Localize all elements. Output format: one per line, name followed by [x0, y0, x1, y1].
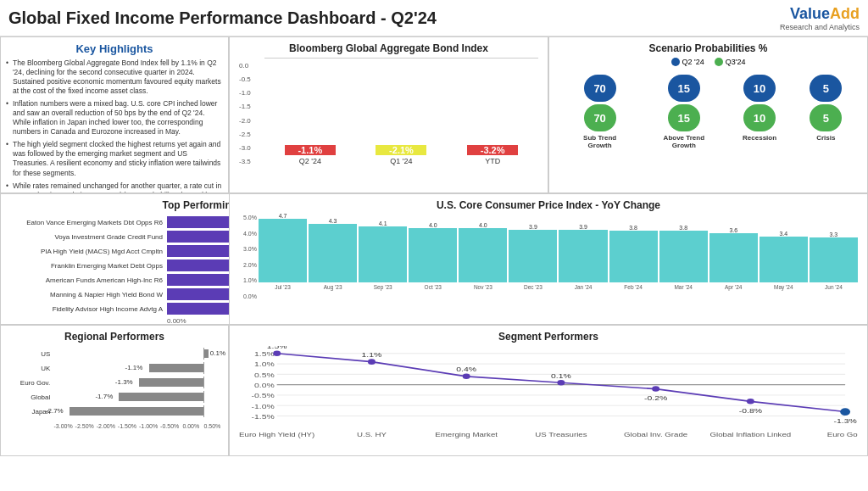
key-highlights-panel: Key Highlights The Bloomberg Global Aggr… [0, 36, 229, 193]
legend-label: Q2 '24 [682, 58, 704, 66]
cpi-bar-col: 3.9 [559, 224, 607, 282]
fund-name: Eaton Vance Emerging Markets Dbt Opps R6 [10, 219, 167, 226]
cpi-bar-col: 3.8 [659, 225, 708, 282]
pill-q2: 10 [743, 75, 776, 102]
segment-panel: Segment Performers 1.5%1.0%0.5%0.0%-0.5%… [229, 325, 868, 456]
cpi-chart-container: 5.0%4.0%3.0%2.0%1.0%0.0% 4.74.34.14.04.0… [235, 215, 862, 312]
cpi-bar [409, 228, 457, 282]
cpi-month-label: Mar '24 [659, 284, 708, 290]
regional-bar-wrap: -1.7% [54, 391, 219, 403]
page-title: Global Fixed Income Performance Dashboar… [8, 8, 437, 28]
fund-name: Manning & Napier High Yield Bond W [10, 291, 167, 299]
bloomberg-bar-label: Q1 '24 [390, 157, 412, 165]
cpi-bar [259, 219, 307, 282]
cpi-month-label: May '24 [760, 284, 808, 290]
fund-name: Voya Investment Grade Credit Fund [10, 233, 167, 241]
cpi-bar [709, 233, 758, 282]
cpi-bar-value: 3.4 [779, 231, 787, 237]
cpi-bar-value: 4.7 [279, 213, 287, 219]
regional-axis: -3.00%-2.50%-2.00%-1.50%-1.00%-0.50%0.00… [53, 423, 223, 429]
logo-value: Value [790, 5, 830, 22]
pill-label: Sub Trend Growth [575, 134, 626, 149]
regional-panel: Regional Performers US0.1%UK-1.1%Euro Go… [0, 325, 229, 456]
logo-add: Add [830, 5, 860, 22]
segment-point [273, 351, 281, 357]
grid-line [264, 58, 538, 59]
cpi-month-label: Oct '23 [409, 284, 457, 290]
pill-q2: 5 [810, 75, 842, 102]
logo-subtitle: Research and Analytics [780, 23, 860, 31]
cpi-bar [309, 224, 357, 282]
dashboard: Global Fixed Income Performance Dashboar… [0, 0, 868, 491]
scenario-legend-item: Q2 '24 [671, 58, 704, 66]
cpi-bar-value: 3.8 [629, 225, 637, 231]
segment-x-label: US Treasuries [535, 431, 587, 438]
regional-value: 0.1% [210, 349, 225, 357]
svg-text:-1.0%: -1.0% [251, 403, 274, 410]
bloomberg-bars: -1.1%Q2 '24-2.1%Q1 '24-3.2%YTD [264, 58, 538, 181]
bloomberg-panel: Bloomberg Global Aggregate Bond Index 0.… [229, 36, 548, 193]
cpi-bar-value: 4.0 [429, 222, 437, 228]
fund-name: Franklin Emerging Market Debt Opps [10, 262, 167, 270]
cpi-bar-col: 4.1 [359, 220, 407, 282]
regional-value: -1.7% [95, 393, 113, 400]
cpi-bar-value: 3.9 [529, 224, 537, 230]
pill-q3: 70 [584, 104, 616, 131]
regional-row: Japan-2.7% [10, 405, 219, 417]
cpi-month-label: Jan '24 [559, 284, 607, 290]
bloomberg-y-axis: 0.0 -0.5 -1.0 -1.5 -2.0 -2.5 -3.0 -3.5 [239, 58, 264, 181]
cpi-bar-col: 4.3 [309, 218, 357, 282]
regional-zero-line [203, 405, 204, 417]
bloomberg-bar-label: YTD [485, 157, 500, 165]
cpi-bar-value: 4.1 [379, 220, 387, 226]
pill-group: 7070Sub Trend Growth [575, 75, 626, 149]
cpi-bar-value: 3.8 [679, 225, 687, 231]
cpi-month-label: Nov '23 [459, 284, 507, 290]
bloomberg-bar-group: -2.1%Q1 '24 [376, 145, 426, 165]
cpi-month-label: Sep '23 [359, 284, 407, 290]
scenario-title: Scenario Probabilities % [554, 42, 862, 54]
bloomberg-bars-inner: -1.1%Q2 '24-2.1%Q1 '24-3.2%YTD [264, 58, 538, 165]
cpi-bar-col: 3.9 [509, 224, 557, 282]
regional-bar-wrap: 0.1% [54, 348, 219, 360]
segment-x-label: Global Inv. Grade [624, 431, 687, 438]
bloomberg-chart-container: 0.0 -0.5 -1.0 -1.5 -2.0 -2.5 -3.0 -3.5 -… [235, 58, 542, 181]
regional-name: UK [10, 365, 54, 372]
segment-point [747, 399, 754, 405]
regional-row: Global-1.7% [10, 391, 219, 403]
regional-bar-wrap: -1.1% [54, 362, 219, 374]
regional-name: Global [10, 393, 54, 401]
cpi-bar-col: 4.0 [409, 222, 457, 282]
regional-row: US0.1% [10, 348, 219, 360]
highlights-list: The Bloomberg Global Aggregate Bond Inde… [6, 59, 223, 193]
regional-value: -2.7% [46, 407, 64, 415]
scenario-legend-item: Q3'24 [715, 58, 746, 66]
segment-value-label: 0.1% [551, 372, 571, 379]
cpi-bar-value: 3.3 [830, 232, 838, 237]
header: Global Fixed Income Performance Dashboar… [0, 0, 868, 36]
regional-bar-wrap: -2.7% [54, 405, 219, 417]
cpi-bar-col: 3.6 [709, 227, 758, 282]
bloomberg-bar: -2.1% [376, 145, 426, 155]
cpi-bar-value: 4.3 [329, 218, 337, 224]
regional-title: Regional Performers [6, 331, 223, 343]
cpi-panel: U.S. Core Consumer Price Index - YoY Cha… [229, 193, 868, 325]
svg-text:1.0%: 1.0% [254, 361, 275, 368]
cpi-bar-value: 4.0 [479, 222, 487, 228]
legend-dot [715, 58, 723, 66]
segment-value-label: 1.5% [267, 346, 287, 350]
legend-label: Q3'24 [726, 58, 746, 66]
regional-zero-line [203, 362, 204, 374]
regional-zero-line [203, 391, 204, 403]
cpi-bar-col: 3.8 [609, 225, 658, 282]
bloomberg-bar-label: Q2 '24 [299, 157, 321, 165]
cpi-labels-row: Jul '23Aug '23Sep '23Oct '23Nov '23Dec '… [259, 284, 858, 290]
segment-point [652, 386, 659, 392]
cpi-bar-col: 3.3 [810, 232, 858, 282]
bloomberg-bar: -1.1% [285, 145, 336, 155]
regional-bar-wrap: -1.3% [54, 377, 219, 388]
cpi-title: U.S. Core Consumer Price Index - YoY Cha… [235, 199, 862, 211]
cpi-bar [459, 228, 507, 282]
cpi-bar-col: 3.4 [760, 231, 808, 282]
segment-value-label: -0.8% [739, 407, 762, 414]
